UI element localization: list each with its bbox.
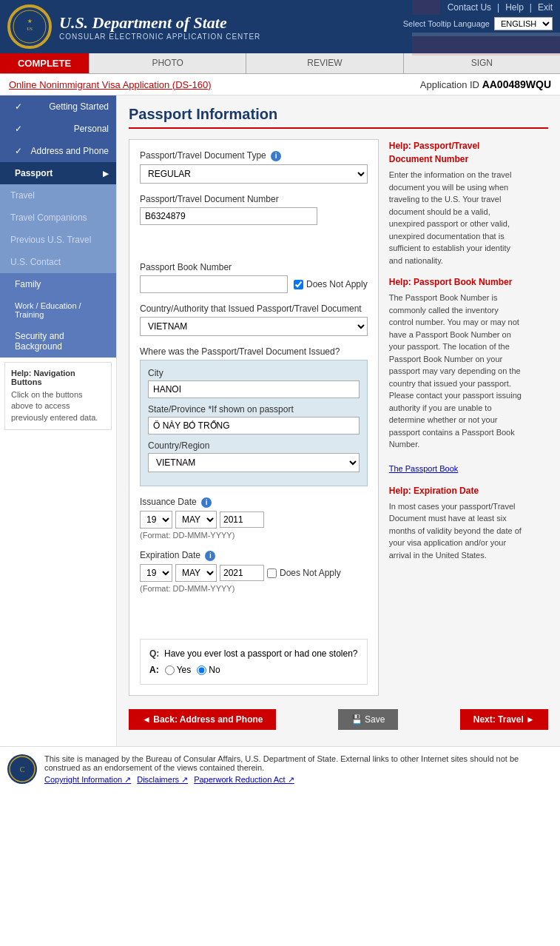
copyright-link[interactable]: Copyright Information ↗ — [44, 775, 131, 785]
sidebar-item-passport[interactable]: Passport ▶ — [0, 162, 116, 184]
issuance-day-select[interactable]: 19 — [140, 511, 172, 529]
issuance-date-info-icon[interactable]: i — [201, 497, 212, 508]
app-id: Application ID AA00489WQU — [420, 78, 551, 90]
qa-no-label[interactable]: No — [197, 665, 220, 675]
country-region-field: Country/Region VIETNAM — [148, 440, 360, 472]
help-panel: Help: Passport/Travel Document Number En… — [389, 139, 522, 696]
sidebar-item-family[interactable]: Family — [0, 273, 116, 295]
sidebar-item-personal[interactable]: Personal — [0, 118, 116, 140]
help-title-2: Help: Passport Book Number — [389, 275, 522, 289]
expiration-dna-label[interactable]: Does Not Apply — [267, 568, 341, 578]
tab-photo[interactable]: PHOTO — [89, 53, 246, 73]
state-seal: ★ US — [7, 4, 52, 49]
qa-yes-radio[interactable] — [165, 665, 175, 675]
city-label: City — [148, 368, 360, 378]
sidebar-help-text: Click on the buttons above to access pre… — [11, 389, 105, 423]
state-input[interactable] — [148, 417, 360, 435]
sidebar: Getting Started Personal Address and Pho… — [0, 95, 117, 746]
qa-yes-label[interactable]: Yes — [165, 665, 192, 675]
contact-link[interactable]: Contact Us — [448, 2, 491, 13]
next-button[interactable]: Next: Travel ► — [460, 709, 548, 730]
help-link[interactable]: Help — [505, 2, 524, 13]
tab-review[interactable]: REVIEW — [246, 53, 402, 73]
expiration-date-info-icon[interactable]: i — [205, 551, 215, 561]
help-title-3: Help: Expiration Date — [389, 484, 522, 497]
lang-label: Select Tooltip Language — [403, 19, 490, 28]
bottom-buttons: ◄ Back: Address and Phone 💾 Save Next: T… — [129, 703, 548, 736]
footer-text: This site is managed by the Bureau of Co… — [44, 754, 519, 772]
sidebar-item-security[interactable]: Security and Background — [0, 325, 116, 358]
issuing-country-group: Country/Authority that Issued Passport/T… — [140, 303, 368, 336]
sidebar-item-us-contact[interactable]: U.S. Contact — [0, 251, 116, 273]
exit-link[interactable]: Exit — [538, 2, 553, 13]
qa-section: Q: Have you ever lost a passport or had … — [140, 639, 368, 685]
issuance-month-select[interactable]: MAY — [175, 511, 217, 529]
qa-a-prefix: A: — [149, 665, 159, 675]
city-input[interactable] — [148, 380, 360, 398]
issued-where-group: Where was the Passport/Travel Document I… — [140, 346, 368, 486]
help-text-1: Enter the information on the travel docu… — [389, 169, 522, 266]
sidebar-help-title: Help: Navigation Buttons — [11, 369, 105, 386]
expiration-dna-checkbox[interactable] — [267, 568, 277, 578]
expiration-date-format: (Format: DD-MMM-YYYY) — [140, 584, 368, 593]
country-region-label: Country/Region — [148, 440, 360, 451]
app-id-value: AA00489WQU — [482, 78, 551, 90]
svg-text:★: ★ — [27, 19, 33, 24]
back-button[interactable]: ◄ Back: Address and Phone — [129, 709, 276, 730]
language-select[interactable]: ENGLISH — [494, 17, 553, 30]
header-text: U.S. Department of State Consular Electr… — [59, 13, 260, 41]
svg-text:US: US — [27, 27, 33, 31]
qa-question: Q: Have you ever lost a passport or had … — [149, 648, 358, 659]
passport-type-label: Passport/Travel Document Type i — [140, 150, 368, 161]
passport-book-dna-checkbox[interactable] — [294, 280, 303, 289]
help-text-3: In most cases your passport/Travel Docum… — [389, 500, 522, 562]
passport-book-group: Passport Book Number Does Not Apply — [140, 262, 368, 293]
sidebar-item-address[interactable]: Address and Phone — [0, 140, 116, 162]
help-title-1: Help: Passport/Travel Document Number — [389, 139, 522, 166]
paperwork-link[interactable]: Paperwork Reduction Act ↗ — [194, 775, 294, 785]
country-region-select[interactable]: VIETNAM — [148, 453, 360, 472]
issuing-country-label: Country/Authority that Issued Passport/T… — [140, 303, 368, 314]
form-section: Passport/Travel Document Type i REGULAR … — [129, 139, 379, 696]
issuance-year-input[interactable] — [220, 511, 264, 528]
qa-answer: A: Yes No — [149, 665, 358, 675]
passport-type-select[interactable]: REGULAR OFFICIAL DIPLOMATIC LAISSEZ-PASS… — [140, 164, 368, 184]
sidebar-item-previous-travel[interactable]: Previous U.S. Travel — [0, 229, 116, 251]
passport-book-link[interactable]: The Passport Book — [389, 464, 459, 473]
app-title: Online Nonimmigrant Visa Application (DS… — [9, 79, 212, 90]
agency-title: U.S. Department of State — [59, 13, 260, 33]
tab-complete[interactable]: COMPLETE — [0, 53, 89, 73]
issuance-date-group: Issuance Date i 19 MAY (Format: DD-MMM-Y… — [140, 497, 368, 540]
city-field: City — [148, 368, 360, 398]
issued-box: City State/Province *If shown on passpor… — [140, 360, 368, 486]
passport-book-input[interactable] — [140, 275, 288, 293]
passport-type-info-icon[interactable]: i — [271, 151, 281, 161]
passport-number-group: Passport/Travel Document Number — [140, 194, 368, 225]
content-area: Passport Information Passport/Travel Doc… — [117, 95, 560, 746]
sidebar-item-travel-companions[interactable]: Travel Companions — [0, 207, 116, 229]
sidebar-item-work-education[interactable]: Work / Education / Training — [0, 295, 116, 325]
passport-book-dna-label[interactable]: Does Not Apply — [294, 279, 368, 289]
footer: C This site is managed by the Bureau of … — [0, 746, 560, 792]
state-label: State/Province *If shown on passport — [148, 404, 360, 415]
sidebar-item-travel[interactable]: Travel — [0, 184, 116, 207]
qa-no-radio[interactable] — [197, 665, 206, 675]
issuance-date-label: Issuance Date i — [140, 497, 368, 508]
passport-type-group: Passport/Travel Document Type i REGULAR … — [140, 150, 368, 184]
expiration-month-select[interactable]: MAY — [175, 564, 217, 582]
passport-number-label: Passport/Travel Document Number — [140, 194, 368, 204]
footer-seal: C — [7, 754, 37, 784]
expiration-date-group: Expiration Date i 19 MAY Does N — [140, 550, 368, 593]
state-field: State/Province *If shown on passport — [148, 404, 360, 435]
header-controls: Contact Us | Help | Exit Select Tooltip … — [396, 0, 560, 33]
page-title: Passport Information — [129, 106, 548, 129]
expiration-day-select[interactable]: 19 — [140, 564, 172, 582]
passport-arrow: ▶ — [103, 170, 109, 178]
tab-sign[interactable]: SIGN — [403, 53, 560, 73]
disclaimers-link[interactable]: Disclaimers ↗ — [137, 775, 188, 785]
sidebar-item-getting-started[interactable]: Getting Started — [0, 95, 116, 118]
passport-number-input[interactable] — [140, 207, 317, 225]
issuing-country-select[interactable]: VIETNAM — [140, 317, 368, 336]
expiration-year-input[interactable] — [220, 565, 264, 581]
save-button[interactable]: 💾 Save — [338, 709, 399, 730]
